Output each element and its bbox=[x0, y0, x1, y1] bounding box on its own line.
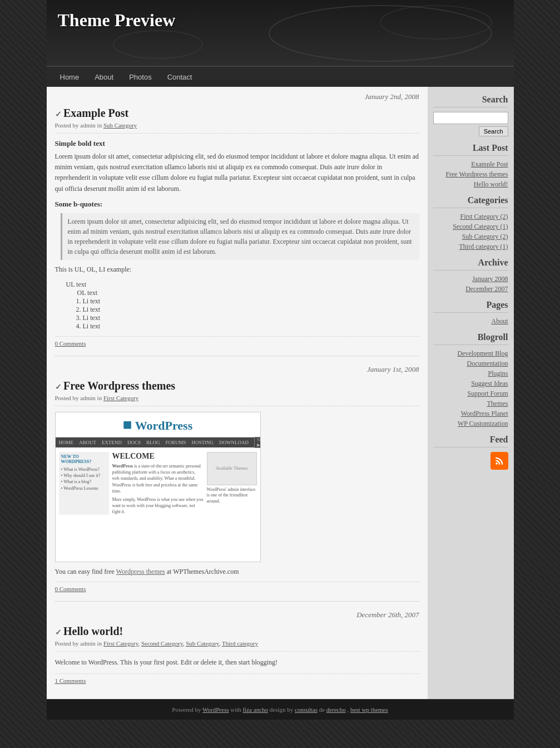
post-meta-3: Posted by admin in First Category, Secon… bbox=[55, 640, 419, 652]
footer-derecho-link[interactable]: derecho bbox=[326, 706, 346, 713]
site-title: Theme Preview bbox=[58, 10, 176, 31]
footer-wordpress-link[interactable]: WordPress bbox=[202, 706, 229, 713]
page-0[interactable]: About bbox=[433, 317, 508, 326]
nav-home[interactable]: Home bbox=[52, 68, 87, 86]
wordpress-themes-link[interactable]: Wordpress themes bbox=[116, 568, 165, 575]
post-date-1: January 2nd, 2008 bbox=[55, 92, 419, 104]
blogroll-4[interactable]: Support Forum bbox=[433, 390, 508, 398]
category-2[interactable]: Sub Category (2) bbox=[433, 233, 508, 241]
comments-link-1[interactable]: 0 Comments bbox=[55, 336, 419, 347]
post-category-1[interactable]: Sub Category bbox=[103, 122, 137, 129]
post-title-1: Example Post bbox=[55, 107, 419, 120]
footer-consultas-link[interactable]: consultas bbox=[295, 706, 318, 713]
wp-screenshot: ■ WordPress HOME ABOUT EXTEND DOCS BLOG … bbox=[55, 412, 261, 562]
main-content: January 2nd, 2008 Example Post Posted by… bbox=[47, 87, 428, 699]
last-post-2[interactable]: Hello world! bbox=[433, 180, 508, 189]
li-item-4: Li text bbox=[83, 322, 419, 331]
post-date-2: January 1st, 2008 bbox=[55, 365, 419, 376]
li-item-3: Li text bbox=[83, 314, 419, 322]
blogroll-3[interactable]: Suggest Ideas bbox=[433, 380, 508, 388]
last-post-1[interactable]: Free Wordpress themes bbox=[433, 170, 508, 179]
post-bold-text-1: Simple bold text bbox=[55, 139, 419, 148]
hello-cat-4[interactable]: Third category bbox=[222, 640, 258, 647]
ol-text: OL text bbox=[77, 289, 419, 297]
nav-about[interactable]: About bbox=[87, 68, 121, 86]
blogroll-1[interactable]: Documentation bbox=[433, 360, 508, 368]
sidebar-pages-title: Pages bbox=[433, 300, 508, 313]
sidebar-blogroll-title: Blogroll bbox=[433, 332, 508, 345]
navigation: Home About Photos Contact bbox=[47, 67, 514, 87]
nav-contact[interactable]: Contact bbox=[160, 68, 200, 86]
blogroll-2[interactable]: Plugins bbox=[433, 370, 508, 378]
post-body-3: Welcome to WordPress. This is your first… bbox=[55, 657, 419, 668]
blogroll-5[interactable]: Themes bbox=[433, 400, 508, 408]
nav-photos[interactable]: Photos bbox=[121, 68, 159, 86]
archive-1[interactable]: December 2007 bbox=[433, 285, 508, 293]
post-blockquote-1: Lorem ipsum dolor sit amet, consectetur … bbox=[61, 213, 419, 260]
post-meta-1: Posted by admin in Sub Category bbox=[55, 122, 419, 134]
post-title-2: Free Wordpress themes bbox=[55, 380, 419, 392]
post-date-3: December 26th, 2007 bbox=[55, 611, 419, 622]
bquotes-label: Some b-quotes: bbox=[55, 200, 419, 209]
sidebar: Search Search Last Post Example Post Fre… bbox=[428, 87, 514, 699]
archive-0[interactable]: January 2008 bbox=[433, 275, 508, 283]
footer-fiza-link[interactable]: fiza ancho bbox=[243, 706, 269, 713]
post-divider-2 bbox=[55, 601, 419, 602]
footer-text: Powered by bbox=[172, 706, 202, 713]
blogroll-7[interactable]: WP Customization bbox=[433, 420, 508, 428]
li-item-1: Li text bbox=[83, 297, 419, 306]
comments-link-2[interactable]: 0 Comments bbox=[55, 582, 419, 592]
content-wrapper: January 2nd, 2008 Example Post Posted by… bbox=[47, 87, 514, 699]
hello-cat-1[interactable]: First Category bbox=[103, 640, 138, 647]
post-body-1: Lorem ipsum dolor sit amet, consectetur … bbox=[55, 151, 419, 194]
ul-text: UL text bbox=[66, 280, 87, 288]
sidebar-last-post-title: Last Post bbox=[433, 143, 508, 156]
search-button[interactable]: Search bbox=[479, 126, 508, 136]
li-item-2: Li text bbox=[83, 306, 419, 314]
sidebar-feed-title: Feed bbox=[433, 435, 508, 447]
post-title-3: Hello world! bbox=[55, 625, 419, 638]
category-0[interactable]: First Category (2) bbox=[433, 213, 508, 221]
search-input[interactable] bbox=[433, 112, 508, 124]
blogroll-0[interactable]: Development Blog bbox=[433, 350, 508, 358]
hello-categories: First Category, Second Category, Sub Cat… bbox=[103, 640, 258, 647]
hello-cat-3[interactable]: Sub Category bbox=[186, 640, 219, 647]
sidebar-archive-title: Archive bbox=[433, 258, 508, 270]
post-meta-2: Posted by admin in First Category bbox=[55, 395, 419, 406]
site-header: Theme Preview bbox=[47, 0, 514, 67]
rss-icon[interactable] bbox=[490, 452, 508, 470]
footer-best-link[interactable]: best wp themes bbox=[350, 706, 388, 713]
site-footer: Powered by WordPress with fiza ancho des… bbox=[47, 699, 514, 720]
post-category-2[interactable]: First Category bbox=[103, 395, 138, 401]
sidebar-search-title: Search bbox=[433, 95, 508, 107]
ul-section-1: UL text OL text Li text Li text Li text … bbox=[66, 280, 419, 331]
category-3[interactable]: Third category (1) bbox=[433, 243, 508, 251]
category-1[interactable]: Second Category (1) bbox=[433, 223, 508, 231]
post-divider-1 bbox=[55, 356, 419, 356]
hello-cat-2[interactable]: Second Category bbox=[141, 640, 183, 647]
sidebar-categories-title: Categories bbox=[433, 195, 508, 208]
ul-label-1: This is UL, OL, LI example: bbox=[55, 264, 419, 275]
find-free-text: You can easy find free Wordpress themes … bbox=[55, 568, 419, 576]
comments-link-3[interactable]: 1 Comments bbox=[55, 673, 419, 684]
last-post-0[interactable]: Example Post bbox=[433, 160, 508, 169]
blogroll-6[interactable]: WordPress Planet bbox=[433, 410, 508, 418]
